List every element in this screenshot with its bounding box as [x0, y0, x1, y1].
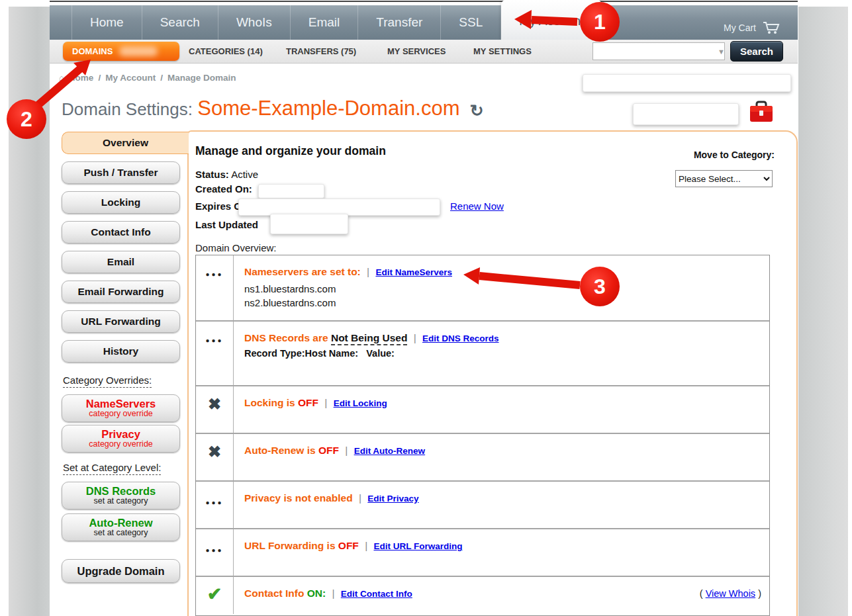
- sidebar-tab-contact-info[interactable]: Contact Info: [62, 221, 180, 243]
- sidebar-tab-email[interactable]: Email: [62, 251, 180, 273]
- subnav-item-my-services[interactable]: MY SERVICES: [387, 46, 446, 56]
- contact-info-status: ON:: [307, 588, 326, 599]
- whois-paren-close: ): [758, 588, 761, 599]
- row-icon-cell: ●●●: [196, 529, 234, 576]
- nameservers-title: Nameservers are set to:: [244, 266, 361, 277]
- domains-label: DOMAINS: [72, 46, 113, 56]
- sidebar-tab-overview[interactable]: Overview: [62, 132, 189, 154]
- subnav-domains-button[interactable]: DOMAINS: [63, 42, 179, 61]
- row-title: Auto-Renew is OFF | Edit Auto-Renew: [244, 445, 760, 457]
- redacted-account-info: [583, 74, 791, 92]
- row-body: Contact Info ON: | Edit Contact Info ( V…: [234, 577, 769, 614]
- locking-row: ✖ Locking is OFF | Edit Locking: [196, 385, 769, 433]
- subnav-item-transfers[interactable]: TRANSFERS (75): [286, 46, 356, 56]
- tab-whois[interactable]: WhoIs: [218, 5, 291, 40]
- move-to-category-select[interactable]: Please Select...: [675, 170, 773, 187]
- created-on-line: Created On:: [195, 183, 252, 195]
- tab-ssl[interactable]: SSL: [441, 5, 501, 40]
- view-whois-link[interactable]: View Whois: [706, 588, 755, 599]
- row-title: Locking is OFF | Edit Locking: [244, 397, 760, 409]
- tab-email[interactable]: Email: [291, 5, 359, 40]
- sidebar-tab-email-forwarding[interactable]: Email Forwarding: [62, 281, 180, 303]
- move-to-category-label: Move to Category:: [642, 150, 775, 160]
- breadcrumb-separator: /: [98, 73, 101, 83]
- row-icon-cell: ✔: [196, 577, 234, 614]
- row-icon-cell: ●●●: [196, 482, 234, 528]
- dns-records-category-subtitle: set at category: [94, 497, 148, 506]
- sidebar-button-nameservers-override[interactable]: NameServers category override: [62, 394, 180, 422]
- subnav-item-my-settings[interactable]: MY SETTINGS: [473, 46, 532, 56]
- url-forwarding-status: OFF: [338, 540, 359, 551]
- privacy-override-subtitle: category override: [89, 440, 153, 449]
- manage-domain-heading: Manage and organize your domain: [195, 144, 386, 158]
- locking-title: Locking is: [244, 397, 295, 408]
- dns-records-status: Not Being Used: [331, 332, 407, 345]
- upgrade-domain-button[interactable]: Upgrade Domain: [62, 559, 180, 583]
- whois-paren-open: (: [700, 588, 703, 599]
- row-icon-cell: ✖: [196, 386, 234, 433]
- view-whois-wrap: ( View Whois ): [700, 588, 761, 599]
- tab-transfer[interactable]: Transfer: [358, 5, 441, 40]
- row-title: Privacy is not enabled | Edit Privacy: [244, 492, 760, 504]
- search-button[interactable]: Search: [730, 41, 783, 62]
- renew-now-link[interactable]: Renew Now: [450, 200, 504, 212]
- row-title: Nameservers are set to: | Edit NameServe…: [244, 266, 760, 278]
- row-title: DNS Records are Not Being Used | Edit DN…: [244, 332, 760, 344]
- nameservers-override-title: NameServers: [86, 398, 156, 410]
- separator: |: [342, 445, 351, 456]
- row-icon-cell: ●●●: [196, 255, 234, 320]
- breadcrumb: ⌂ Home / My Account / Manage Domain: [59, 73, 236, 83]
- privacy-row: ●●● Privacy is not enabled | Edit Privac…: [196, 480, 769, 528]
- privacy-override-title: Privacy: [101, 429, 140, 440]
- tab-search[interactable]: Search: [142, 5, 218, 40]
- nameservers-override-subtitle: category override: [89, 410, 153, 418]
- separator: |: [361, 540, 371, 551]
- contact-info-title: Contact Info: [244, 588, 304, 599]
- edit-url-forwarding-link[interactable]: Edit URL Forwarding: [373, 541, 462, 551]
- nameservers-row: ●●● Nameservers are set to: | Edit NameS…: [196, 255, 769, 320]
- separator: |: [355, 492, 365, 504]
- domain-search-input[interactable]: [593, 43, 718, 60]
- domain-search-combobox[interactable]: ▼: [592, 42, 725, 60]
- edit-locking-link[interactable]: Edit Locking: [334, 398, 387, 408]
- redacted-updated-date: [270, 214, 348, 234]
- sidebar-tab-push-transfer[interactable]: Push / Transfer: [62, 161, 180, 184]
- sidebar-tab-history[interactable]: History: [62, 340, 180, 363]
- sidebar-button-privacy-override[interactable]: Privacy category override: [62, 425, 180, 453]
- sidebar-tab-locking[interactable]: Locking: [62, 191, 180, 214]
- domain-overview-label: Domain Overview:: [195, 242, 277, 253]
- edit-nameservers-link[interactable]: Edit NameServers: [375, 267, 452, 277]
- created-on-label: Created On:: [195, 183, 252, 195]
- edit-dns-records-link[interactable]: Edit DNS Records: [422, 333, 499, 343]
- separator: |: [410, 332, 420, 343]
- status-label: Status:: [195, 169, 229, 180]
- privacy-title: Privacy is not enabled: [244, 492, 353, 504]
- ellipsis-icon: ●●●: [205, 255, 223, 320]
- row-icon-cell: ✖: [196, 434, 234, 480]
- subnav-item-categories[interactable]: CATEGORIES (14): [189, 46, 263, 56]
- breadcrumb-home[interactable]: Home: [69, 73, 94, 83]
- dropdown-arrow-icon[interactable]: ▼: [718, 48, 730, 56]
- redacted-domain-box: [633, 103, 739, 125]
- auto-renew-title: Auto-Renew is: [244, 445, 316, 456]
- domain-name: Some-Example-Domain.com: [197, 97, 459, 120]
- edit-privacy-link[interactable]: Edit Privacy: [367, 494, 418, 504]
- breadcrumb-my-account[interactable]: My Account: [105, 73, 156, 83]
- locking-status: OFF: [298, 397, 318, 408]
- page-title-prefix: Domain Settings:: [62, 99, 193, 119]
- row-icon-cell: ●●●: [196, 322, 234, 385]
- refresh-icon[interactable]: ↻: [470, 101, 484, 120]
- edit-auto-renew-link[interactable]: Edit Auto-Renew: [354, 446, 426, 456]
- tab-home[interactable]: Home: [71, 5, 142, 40]
- edit-contact-info-link[interactable]: Edit Contact Info: [341, 589, 412, 599]
- sidebar-tab-url-forwarding[interactable]: URL Forwarding: [62, 310, 180, 333]
- page: Home Search WhoIs Email Transfer SSL My …: [0, 0, 852, 616]
- top-border-line: [50, 1, 798, 2]
- toolbox-icon[interactable]: [747, 98, 775, 126]
- tab-my-account[interactable]: My Account: [501, 0, 602, 40]
- cart-icon: [762, 21, 781, 35]
- sidebar-button-dns-records-category[interactable]: DNS Records set at category: [62, 482, 180, 509]
- sidebar-button-auto-renew-category[interactable]: Auto-Renew set at category: [62, 513, 180, 541]
- top-navigation-bar: Home Search WhoIs Email Transfer SSL My …: [50, 5, 798, 40]
- checkmark-icon: ✔: [207, 577, 222, 614]
